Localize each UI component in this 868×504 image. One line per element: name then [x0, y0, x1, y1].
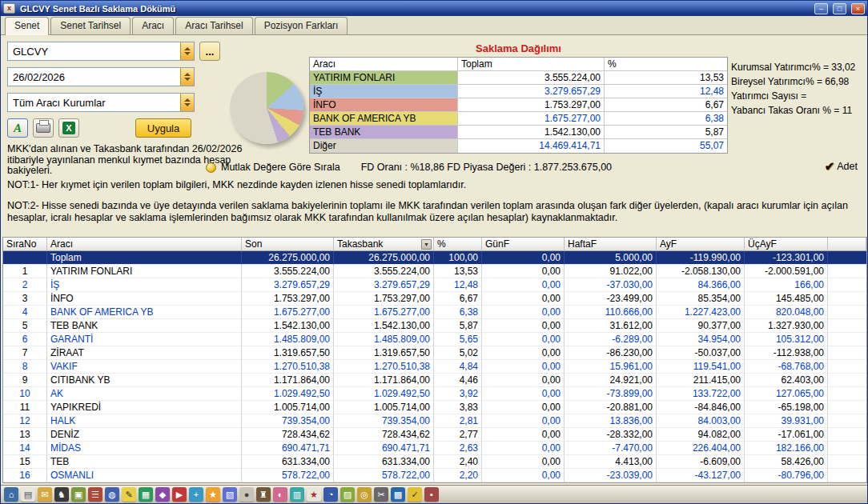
more-options-button[interactable]: ... [199, 42, 220, 61]
taskbar-icon-1[interactable]: ⌂ [4, 487, 18, 502]
tab-aracı[interactable]: Aracı [132, 17, 174, 34]
table-row[interactable]: 9CITIBANK YB1.171.864,001.171.864,004,46… [3, 374, 866, 387]
taskbar-icon-26[interactable]: ▪ [424, 487, 439, 502]
taskbar-icon-6[interactable]: ☰ [88, 487, 102, 502]
taskbar-icon-20[interactable]: ◔ [323, 487, 338, 502]
ayf-value: 90.377,00 [657, 319, 745, 333]
column-header-ayf[interactable]: AyF [657, 238, 745, 251]
sort-radio-icon[interactable] [206, 162, 216, 173]
takasbank-filter-button[interactable]: ▼ [421, 239, 432, 250]
gunf-value: 0,00 [482, 455, 565, 469]
tab-pozisyon-farkları[interactable]: Pozisyon Farkları [255, 17, 348, 34]
taskbar-icon-11[interactable]: ▶ [172, 487, 187, 502]
broker-filter-combo[interactable]: Tüm Aracı Kurumlar [7, 93, 195, 112]
table-row[interactable]: 12HALK739.354,00739.354,002,810,0013.836… [3, 414, 866, 428]
row-no: 13 [3, 428, 47, 442]
column-header-label: Son [245, 238, 262, 250]
table-row[interactable]: 14MİDAS690.471,71690.471,712,630,00-7.47… [3, 442, 866, 455]
percent-value: 3,92 [434, 387, 482, 401]
column-header-label: ÜçAyF [748, 238, 777, 250]
ucayf-value: -17.061,00 [745, 428, 828, 442]
table-row[interactable]: 8VAKIF1.270.510,381.270.510,384,840,0015… [3, 360, 866, 374]
column-header-son[interactable]: Son [242, 238, 334, 251]
taskbar-icon-5[interactable]: ▣ [71, 487, 86, 502]
main-table-header-row: SıraNoAracıSonTakasbank▼%GünFHaftaFAyFÜç… [3, 238, 866, 251]
print-button[interactable] [33, 118, 54, 138]
font-button[interactable]: A [7, 118, 28, 138]
taskbar-icon-18[interactable]: ▥ [290, 487, 304, 502]
haftaf-value: -7.470,00 [565, 442, 657, 455]
tab-senet[interactable]: Senet [5, 17, 49, 35]
taskbar-icon-13[interactable]: ★ [206, 487, 220, 502]
taskbar-icon-19[interactable]: ★ [307, 487, 321, 502]
taskbar-icon-22[interactable]: ◎ [357, 487, 372, 502]
son-value: 728.434,62 [242, 428, 334, 442]
sort-toggle-label[interactable]: Mutlak Değere Göre Sırala [221, 162, 340, 173]
taskbar-icon-12[interactable]: + [189, 487, 203, 502]
pie-chart [230, 72, 303, 144]
taskbar-icon-15[interactable]: ● [239, 487, 254, 502]
adet-label: Adet [837, 161, 858, 172]
close-button[interactable]: × [851, 3, 865, 14]
minimize-button[interactable]: – [814, 3, 828, 14]
table-row[interactable]: 10AK1.029.492,501.029.492,503,920,00-73.… [3, 387, 866, 401]
taskbar-icon-4[interactable]: ♞ [54, 487, 69, 502]
row-filler [828, 428, 866, 442]
spinner-icon[interactable] [180, 68, 194, 86]
taskbar-icon-7[interactable]: ◍ [105, 487, 119, 502]
taskbar-icon-8[interactable]: ✎ [122, 487, 136, 502]
table-row[interactable]: 1YATIRIM FONLARI3.555.224,003.555.224,00… [3, 265, 866, 278]
tab-senet-tarihsel[interactable]: Senet Tarihsel [50, 17, 131, 34]
taskbar-icon-21[interactable]: ▨ [340, 487, 355, 502]
table-row[interactable]: 5TEB BANK1.542.130,001.542.130,005,870,0… [3, 319, 866, 333]
title-bar[interactable]: x GLCVY Senet Bazlı Saklama Dökümü – □ × [1, 1, 867, 16]
table-row[interactable]: 15TEB631.334,00631.334,002,400,004.413,0… [3, 455, 866, 469]
table-row[interactable]: 7ZİRAAT1.319.657,501.319.657,505,020,00-… [3, 346, 866, 360]
apply-button[interactable]: Uygula [135, 118, 191, 138]
ayf-value: 84.366,00 [657, 278, 745, 292]
spinner-icon[interactable] [180, 42, 194, 60]
row-no: 1 [3, 265, 47, 278]
stats-panel: Kurumsal Yatırımcı% = 33,02Bireysel Yatı… [731, 60, 855, 118]
spinner-icon[interactable] [180, 94, 194, 111]
haftaf-value: -6.289,00 [565, 333, 657, 346]
row-filler [828, 292, 866, 306]
column-header-aracı[interactable]: Aracı [47, 238, 242, 251]
taskbar-icon-16[interactable]: ♜ [256, 487, 271, 502]
taskbar-icon-23[interactable]: ✂ [374, 487, 388, 502]
broker-name: MİDAS [47, 442, 242, 455]
maximize-button[interactable]: □ [833, 3, 846, 14]
distribution-broker-name: İŞ [310, 85, 458, 98]
percent-value: 13,53 [434, 265, 482, 278]
tab-aracı-tarihsel[interactable]: Aracı Tarihsel [175, 17, 252, 34]
table-row[interactable]: 4BANK OF AMERICA YB1.675.277,001.675.277… [3, 306, 866, 319]
taskbar-icon-17[interactable]: ◐ [273, 487, 287, 502]
taskbar-icon-14[interactable]: ▧ [223, 487, 237, 502]
table-row[interactable]: Toplam26.275.000,0026.275.000,00100,000,… [3, 251, 866, 265]
taskbar-icon-25[interactable]: ✓ [408, 487, 422, 502]
column-header-label: HaftaF [568, 238, 597, 250]
excel-export-button[interactable]: X [58, 118, 79, 138]
taskbar-icon-2[interactable]: ▤ [21, 487, 35, 502]
column-header-haftaf[interactable]: HaftaF [565, 238, 657, 251]
table-row[interactable]: 6GARANTİ1.485.809,001.485.809,005,650,00… [3, 333, 866, 346]
column-header-üçayf[interactable]: ÜçAyF [745, 238, 828, 251]
column-header-takasbank[interactable]: Takasbank▼ [334, 238, 434, 251]
adet-checkbox[interactable]: ✔ Adet [825, 160, 858, 172]
date-combo-value: 26/02/2026 [8, 71, 180, 83]
column-header-günf[interactable]: GünF [482, 238, 565, 251]
table-row[interactable]: 2İŞ3.279.657,293.279.657,2912,480,00-37.… [3, 278, 866, 292]
table-row[interactable]: 11YAPIKREDİ1.005.714,001.005.714,003,830… [3, 401, 866, 414]
table-row[interactable]: 3İNFO1.753.297,001.753.297,006,670,00-23… [3, 292, 866, 306]
taskbar-icon-3[interactable]: ✉ [38, 487, 52, 502]
column-header-%[interactable]: % [434, 238, 482, 251]
system-menu-icon[interactable]: x [3, 3, 15, 14]
column-header-sırano[interactable]: SıraNo [3, 238, 47, 251]
taskbar-icon-10[interactable]: ◆ [155, 487, 170, 502]
date-combo[interactable]: 26/02/2026 [7, 67, 195, 86]
taskbar-icon-9[interactable]: ▦ [139, 487, 153, 502]
taskbar-icon-24[interactable]: ▩ [391, 487, 405, 502]
symbol-combo[interactable]: GLCVY [7, 42, 195, 61]
table-row[interactable]: 13DENİZ728.434,62728.434,622,770,00-28.3… [3, 428, 866, 442]
table-row[interactable]: 16OSMANLI578.722,00578.722,002,200,00-23… [3, 469, 866, 482]
